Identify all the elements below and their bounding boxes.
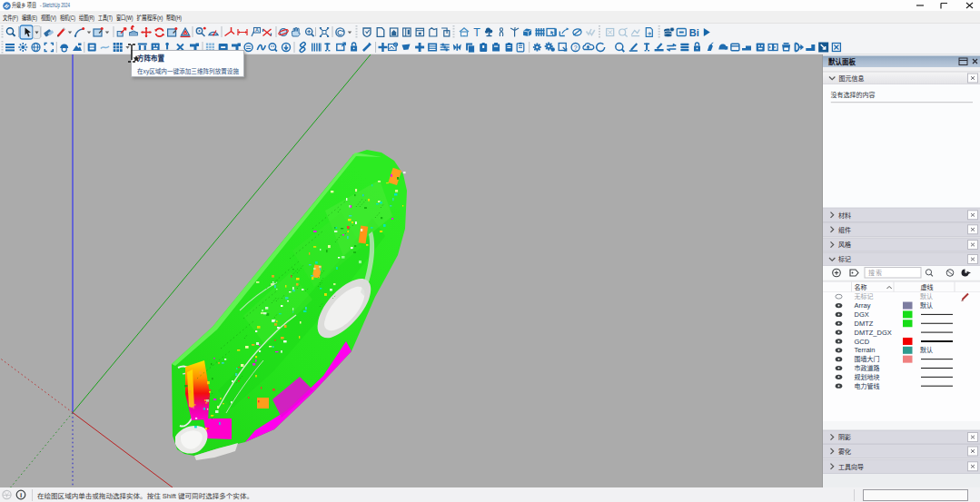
- svg-text:默认: 默认: [920, 300, 933, 310]
- svg-text:在xy区域内一键添加三维阵列放置设施: 在xy区域内一键添加三维阵列放置设施: [137, 66, 239, 75]
- svg-text:Bi: Bi: [689, 25, 699, 39]
- svg-text:名称: 名称: [855, 282, 867, 291]
- svg-text:文件(F): 文件(F): [3, 13, 18, 22]
- svg-text:搜索: 搜索: [868, 268, 883, 277]
- svg-text:方阵布置: 方阵布置: [137, 53, 164, 63]
- svg-text:虚线: 虚线: [921, 282, 934, 291]
- svg-text:?: ?: [574, 43, 578, 52]
- svg-text:A: A: [255, 26, 259, 34]
- svg-text:默认: 默认: [920, 345, 933, 354]
- svg-text:规划地块: 规划地块: [855, 372, 880, 381]
- svg-text:相机(C): 相机(C): [60, 13, 75, 22]
- svg-text:- SketchUp 2024: - SketchUp 2024: [40, 0, 70, 9]
- svg-text:标记: 标记: [838, 254, 851, 263]
- svg-text:Terrain: Terrain: [855, 344, 876, 354]
- svg-text:窗口(W): 窗口(W): [116, 13, 134, 22]
- svg-text:图元信息: 图元信息: [839, 74, 865, 83]
- svg-text:在绘图区域内单击或拖动选择实体。按住 Shift 键可同时选: 在绘图区域内单击或拖动选择实体。按住 Shift 键可同时选择多个实体。: [37, 491, 253, 500]
- svg-text:升级乡 项目: 升级乡 项目: [12, 0, 36, 9]
- svg-text:市政道路: 市政道路: [855, 363, 880, 372]
- svg-text:工具(T): 工具(T): [98, 13, 113, 22]
- svg-text:视图(V): 视图(V): [41, 13, 56, 22]
- svg-text:默认: 默认: [920, 291, 933, 300]
- svg-text:绘图(R): 绘图(R): [79, 13, 94, 22]
- svg-text:风格: 风格: [838, 240, 851, 249]
- svg-text:默认面板: 默认面板: [828, 56, 856, 66]
- svg-text:扩展程序(x): 扩展程序(x): [137, 13, 163, 22]
- svg-text:材料: 材料: [838, 211, 851, 220]
- svg-text:工具向导: 工具向导: [838, 462, 864, 471]
- svg-text:i: i: [20, 489, 22, 499]
- svg-text:阴影: 阴影: [838, 432, 851, 441]
- svg-text:雾化: 雾化: [838, 447, 851, 456]
- svg-text:T: T: [473, 24, 480, 40]
- svg-text:围墙大门: 围墙大门: [855, 354, 880, 363]
- svg-text:编辑(E): 编辑(E): [22, 13, 37, 22]
- svg-text:没有选择的内容: 没有选择的内容: [830, 90, 875, 99]
- svg-text:组件: 组件: [838, 225, 851, 234]
- svg-text:帮助(H): 帮助(H): [166, 13, 182, 22]
- svg-text:电力管线: 电力管线: [855, 381, 880, 390]
